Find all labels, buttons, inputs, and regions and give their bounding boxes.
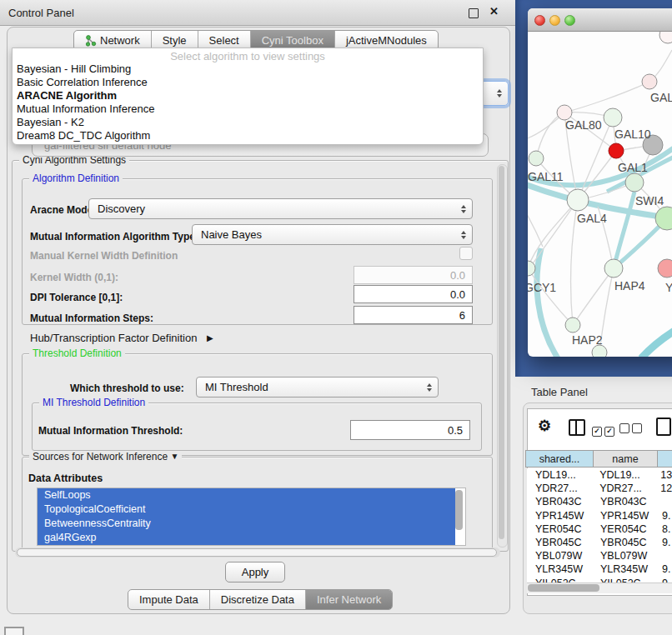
which-threshold-label: Which threshold to use: bbox=[70, 382, 184, 394]
scrollbar-thumb[interactable] bbox=[17, 548, 497, 557]
column-header-shared[interactable]: shared... bbox=[525, 450, 594, 468]
node-partial-top[interactable] bbox=[659, 32, 672, 43]
attribute-list-scrollbar[interactable] bbox=[455, 490, 463, 530]
label-gal1: GAL1 bbox=[618, 161, 648, 174]
dropdown-item-dream8[interactable]: Dream8 DC_TDC Algorithm bbox=[13, 129, 483, 142]
close-panel-icon[interactable]: ✕ bbox=[489, 5, 499, 18]
dropdown-item-aracne[interactable]: ARACNE Algorithm bbox=[13, 89, 483, 102]
node-gal11[interactable] bbox=[529, 151, 544, 166]
tab-discretize-data[interactable]: Discretize Data bbox=[210, 590, 306, 609]
mi-steps-field[interactable]: 6 bbox=[354, 306, 473, 324]
list-item-topologicalcoefficient[interactable]: TopologicalCoefficient bbox=[38, 502, 455, 517]
network-canvas[interactable]: GAL GAL80 GAL10 GAL1 GAL11 SWI4 GAL4 GCY… bbox=[528, 32, 672, 357]
settings-horizontal-scrollbar[interactable] bbox=[15, 548, 500, 558]
node-gal10[interactable] bbox=[604, 108, 622, 127]
dropdown-item-basic-correlation[interactable]: Basic Correlation Inference bbox=[13, 76, 483, 89]
spinner-arrows-icon bbox=[427, 383, 432, 392]
node-gal1-selected[interactable] bbox=[609, 143, 624, 158]
dpi-tolerance-field[interactable]: 0.0 bbox=[354, 285, 473, 303]
label-hap2: HAP2 bbox=[572, 333, 603, 347]
label-swi4: SWI4 bbox=[635, 194, 664, 208]
scrollbar-thumb[interactable] bbox=[499, 166, 504, 539]
cyni-bottom-tabbar: Impute Data Discretize Data Infer Networ… bbox=[128, 589, 393, 610]
control-panel-titlebar: Control Panel ✕ bbox=[0, 0, 515, 26]
tab-network-label: Network bbox=[100, 34, 140, 47]
spinner-arrows-icon bbox=[461, 231, 466, 239]
data-attributes-label: Data Attributes bbox=[28, 472, 103, 484]
hub-definition-toggle[interactable]: Hub/Transcription Factor Definition ▶ bbox=[30, 332, 213, 344]
label-gcy1: GCY1 bbox=[528, 281, 556, 294]
checked-boxes-icon[interactable]: ✓✓ bbox=[592, 422, 617, 437]
aracne-mode-combo[interactable]: Discovery bbox=[88, 198, 473, 219]
mi-type-combo[interactable]: Naive Bayes bbox=[192, 224, 473, 245]
label-gal-partial: GAL bbox=[650, 91, 672, 104]
table-row[interactable]: YBR045CYBR045C9. bbox=[527, 536, 672, 549]
aracne-mode-value: Discovery bbox=[98, 202, 145, 215]
minimize-traffic-light-icon[interactable] bbox=[549, 15, 560, 26]
zoom-traffic-light-icon[interactable] bbox=[564, 15, 575, 26]
table-horizontal-scrollbar[interactable] bbox=[527, 582, 672, 593]
apply-button[interactable]: Apply bbox=[225, 562, 285, 582]
node-hap4[interactable] bbox=[604, 259, 623, 278]
node-gcy1[interactable] bbox=[528, 261, 535, 276]
mi-type-value: Naive Bayes bbox=[201, 228, 262, 241]
settings-vertical-scrollbar[interactable] bbox=[497, 164, 508, 548]
gear-icon[interactable]: ⚙ bbox=[538, 417, 551, 435]
table-row[interactable]: YIL052CYIL052C9 bbox=[527, 577, 672, 583]
dpi-tolerance-label: DPI Tolerance [0,1]: bbox=[30, 292, 123, 303]
data-attributes-list[interactable]: SelfLoops TopologicalCoefficient Between… bbox=[37, 488, 466, 546]
node-swi4[interactable] bbox=[625, 173, 644, 192]
scrollbar-thumb[interactable] bbox=[528, 584, 599, 592]
teal-edges bbox=[528, 132, 672, 357]
node-y-partial[interactable] bbox=[658, 259, 672, 278]
mi-threshold-label: Mutual Information Threshold: bbox=[38, 425, 183, 437]
mi-type-label: Mutual Information Algorithm Type: bbox=[30, 231, 198, 242]
dropdown-item-mutual-information[interactable]: Mutual Information Inference bbox=[13, 102, 483, 116]
node-partial-bottom[interactable] bbox=[592, 345, 607, 357]
list-item-selfloops[interactable]: SelfLoops bbox=[38, 488, 455, 502]
kernel-width-field[interactable]: 0.0 bbox=[354, 266, 473, 284]
label-hap4: HAP4 bbox=[614, 279, 645, 292]
which-threshold-combo[interactable]: MI Threshold bbox=[196, 377, 439, 398]
mi-steps-label: Mutual Information Steps: bbox=[30, 312, 153, 324]
node-gal-partial[interactable] bbox=[642, 74, 657, 89]
unchecked-boxes-icon[interactable] bbox=[619, 422, 644, 437]
column-header-partial[interactable]: A bbox=[657, 450, 672, 468]
node-gal4[interactable] bbox=[567, 189, 589, 211]
chevron-down-icon: ▼ bbox=[170, 452, 178, 461]
manual-kernel-checkbox[interactable] bbox=[459, 247, 473, 260]
minimized-panel-icon[interactable] bbox=[4, 627, 24, 635]
list-item-gal4rgexp[interactable]: gal4RGexp bbox=[38, 531, 455, 545]
table-row[interactable]: YBR043CYBR043C bbox=[527, 495, 672, 508]
spinner-arrows-icon bbox=[461, 205, 466, 213]
sources-group-title[interactable]: Sources for Network Inference ▼ bbox=[29, 451, 182, 462]
tab-impute-data[interactable]: Impute Data bbox=[128, 590, 210, 609]
table-row[interactable]: YDL19...YDL19...13 bbox=[527, 468, 672, 482]
label-gal4: GAL4 bbox=[577, 212, 607, 225]
table-row[interactable]: YLR345WYLR345W9. bbox=[527, 562, 672, 576]
list-item-betweennesscentrality[interactable]: BetweennessCentrality bbox=[38, 517, 455, 531]
dropdown-item-bayesian-hill-climbing[interactable]: Bayesian - Hill Climbing bbox=[13, 62, 483, 76]
node-hap2[interactable] bbox=[565, 318, 580, 332]
network-icon bbox=[85, 35, 97, 47]
label-y-partial: Y bbox=[665, 281, 672, 294]
dropdown-item-bayesian-k2[interactable]: Bayesian - K2 bbox=[13, 116, 483, 129]
algorithm-combo-arrow-fragment[interactable] bbox=[480, 81, 509, 106]
algorithm-definition-title: Algorithm Definition bbox=[29, 172, 123, 184]
close-traffic-light-icon[interactable] bbox=[534, 15, 545, 26]
table-row[interactable]: YPR145WYPR145W9. bbox=[527, 509, 672, 522]
columns-icon[interactable] bbox=[569, 419, 585, 436]
table-row[interactable]: YER054CYER054C8. bbox=[527, 522, 672, 536]
aracne-mode-label: Aracne Mode: bbox=[30, 204, 96, 216]
page-icon[interactable] bbox=[656, 418, 671, 436]
table-row[interactable]: YBL079WYBL079W bbox=[527, 549, 672, 562]
network-window-titlebar[interactable] bbox=[528, 8, 672, 32]
mi-threshold-field[interactable]: 0.5 bbox=[350, 420, 470, 440]
float-panel-icon[interactable] bbox=[469, 8, 479, 18]
dropdown-prompt: Select algorithm to view settings bbox=[13, 48, 483, 62]
column-header-name[interactable]: name bbox=[593, 450, 658, 468]
label-gal11: GAL11 bbox=[528, 170, 564, 183]
table-row[interactable]: YDR27...YDR27...12 bbox=[527, 482, 672, 495]
tab-infer-network[interactable]: Infer Network bbox=[306, 590, 392, 609]
algorithm-dropdown-list: Select algorithm to view settings Bayesi… bbox=[12, 48, 484, 145]
